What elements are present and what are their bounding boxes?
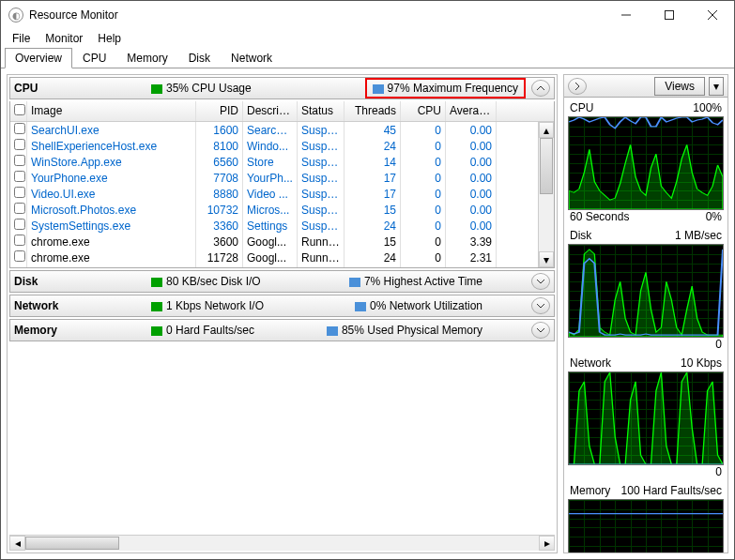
row-checkbox[interactable]	[14, 155, 25, 166]
menu-bar: File Monitor Help	[1, 29, 734, 48]
right-panel: Views ▾ CPU100%60 Seconds0%Disk1 MB/sec0…	[563, 74, 728, 553]
tab-overview[interactable]: Overview	[5, 48, 72, 68]
expand-memory-button[interactable]	[531, 322, 550, 339]
table-row[interactable]: SystemSettings.exe3360SettingsSuspe...24…	[10, 218, 554, 234]
graph-title: Network	[570, 356, 611, 370]
scroll-thumb[interactable]	[540, 138, 553, 194]
network-section-title: Network	[14, 299, 145, 312]
green-swatch-icon	[151, 302, 162, 311]
tab-strip: Overview CPU Memory Disk Network	[1, 48, 734, 68]
process-table: Image PID Descrip... Status Threads CPU …	[9, 101, 555, 268]
row-checkbox[interactable]	[14, 123, 25, 134]
cpu-usage-stat: 35% CPU Usage	[151, 82, 252, 95]
table-row[interactable]: Microsoft.Photos.exe10732Micros...Suspe.…	[10, 202, 554, 218]
select-all-checkbox[interactable]	[14, 104, 25, 115]
menu-help[interactable]: Help	[90, 30, 129, 47]
views-dropdown-button[interactable]: ▾	[709, 77, 724, 96]
col-cpu[interactable]: CPU	[401, 101, 446, 121]
table-row[interactable]: Video.UI.exe8880Video ...Suspe...1700.00	[10, 186, 554, 202]
blue-swatch-icon	[349, 278, 360, 287]
cell-image: chrome.exe	[27, 249, 196, 267]
table-row[interactable]: chrome.exe11728Googl...Runni...2402.31	[10, 250, 554, 265]
menu-monitor[interactable]: Monitor	[38, 30, 90, 47]
disk-section-title: Disk	[14, 275, 145, 288]
app-icon: ◐	[8, 8, 23, 23]
graph-scale: 10 Kbps	[681, 356, 722, 370]
green-swatch-icon	[151, 326, 162, 336]
table-row[interactable]: chrome.exe3600Googl...Runni...1503.39	[10, 234, 554, 250]
graph-canvas	[568, 371, 724, 465]
expand-network-button[interactable]	[531, 297, 550, 314]
graph-cpu: CPU100%60 Seconds0%	[568, 101, 724, 225]
scroll-right-icon[interactable]: ▸	[539, 536, 555, 551]
collapse-graphs-button[interactable]	[568, 78, 587, 95]
svg-marker-5	[569, 250, 723, 337]
close-button[interactable]	[691, 1, 734, 29]
table-vscrollbar[interactable]: ▴ ▾	[538, 122, 554, 267]
green-swatch-icon	[151, 278, 162, 287]
scroll-left-icon[interactable]: ◂	[9, 536, 25, 551]
blue-swatch-icon	[355, 302, 366, 311]
graph-foot-right: 0	[715, 465, 722, 478]
expand-disk-button[interactable]	[531, 273, 550, 290]
col-desc[interactable]: Descrip...	[243, 101, 298, 121]
graph-canvas	[568, 499, 724, 552]
scroll-up-icon[interactable]: ▴	[539, 122, 554, 138]
network-io-stat: 1 Kbps Network I/O	[151, 299, 264, 312]
table-row[interactable]: WinStore.App.exe6560StoreSuspe...1400.00	[10, 154, 554, 170]
col-avg[interactable]: Averag...	[446, 101, 497, 121]
green-swatch-icon	[151, 84, 162, 94]
col-threads[interactable]: Threads	[345, 101, 401, 121]
minimize-button[interactable]	[605, 1, 648, 29]
graph-scale: 100%	[693, 101, 722, 114]
menu-file[interactable]: File	[5, 30, 38, 47]
table-row[interactable]: ShellExperienceHost.exe8100Windo...Suspe…	[10, 138, 554, 154]
tab-disk[interactable]: Disk	[178, 48, 221, 68]
memory-used-stat: 85% Used Physical Memory	[327, 324, 482, 337]
left-panel: CPU 35% CPU Usage 97% Maximum Frequency …	[7, 74, 558, 553]
graph-title: CPU	[570, 101, 593, 114]
tab-memory[interactable]: Memory	[116, 48, 177, 68]
views-button[interactable]: Views	[654, 77, 705, 96]
col-check[interactable]	[10, 101, 27, 121]
scroll-down-icon[interactable]: ▾	[539, 251, 554, 267]
left-hscrollbar[interactable]: ◂ ▸	[9, 535, 555, 551]
window-title: Resource Monitor	[29, 8, 605, 22]
disk-active-stat: 7% Highest Active Time	[349, 275, 482, 288]
collapse-cpu-button[interactable]	[531, 80, 550, 97]
row-checkbox[interactable]	[14, 203, 25, 214]
memory-section-header[interactable]: Memory 0 Hard Faults/sec 85% Used Physic…	[9, 319, 555, 341]
graph-title: Disk	[570, 229, 591, 242]
hscroll-thumb[interactable]	[25, 537, 119, 550]
row-checkbox[interactable]	[14, 235, 25, 246]
row-checkbox[interactable]	[14, 250, 25, 262]
graph-canvas	[568, 244, 724, 338]
network-util-stat: 0% Network Utilization	[355, 299, 482, 312]
network-section-header[interactable]: Network 1 Kbps Network I/O 0% Network Ut…	[9, 295, 555, 317]
table-row[interactable]: YourPhone.exe7708YourPh...Suspe...1700.0…	[10, 170, 554, 186]
row-checkbox[interactable]	[14, 219, 25, 230]
row-checkbox[interactable]	[14, 171, 25, 182]
col-status[interactable]: Status	[298, 101, 345, 121]
col-image[interactable]: Image	[27, 101, 196, 121]
right-panel-header: Views ▾	[564, 75, 727, 98]
cpu-freq-stat: 97% Maximum Frequency	[365, 78, 526, 98]
cell-threads: 24	[345, 249, 401, 267]
cell-pid: 11728	[196, 249, 243, 267]
cell-desc: Googl...	[243, 249, 298, 267]
cpu-section-header[interactable]: CPU 35% CPU Usage 97% Maximum Frequency	[9, 77, 555, 99]
svg-rect-1	[666, 11, 674, 20]
tab-cpu[interactable]: CPU	[72, 48, 116, 68]
maximize-button[interactable]	[648, 1, 691, 29]
row-checkbox[interactable]	[14, 187, 25, 198]
graph-disk: Disk1 MB/sec0	[568, 229, 724, 353]
disk-section-header[interactable]: Disk 80 KB/sec Disk I/O 7% Highest Activ…	[9, 270, 555, 293]
graph-foot-left: 60 Seconds	[570, 210, 629, 223]
row-checkbox[interactable]	[14, 139, 25, 150]
graph-foot-right: 0%	[706, 210, 722, 223]
col-pid[interactable]: PID	[196, 101, 243, 121]
tab-network[interactable]: Network	[221, 48, 283, 68]
svg-marker-6	[569, 372, 723, 464]
graph-scale: 100 Hard Faults/sec	[621, 484, 722, 497]
table-row[interactable]: SearchUI.exe1600Search ...Suspe...4500.0…	[10, 122, 554, 138]
